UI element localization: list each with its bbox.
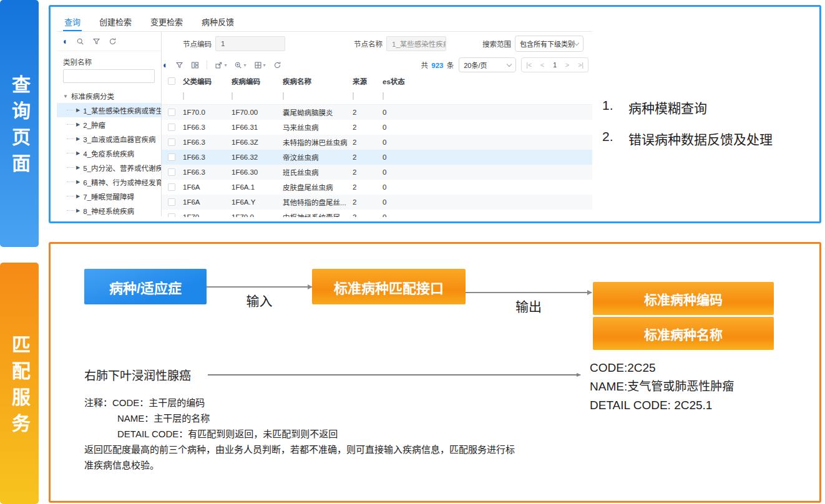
page-size-value: 20条/页 [464,60,487,70]
tree-item[interactable]: ▶3_血液或造血器官疾病 [57,132,161,146]
tab[interactable]: 病种反馈 [200,13,235,31]
tree-item[interactable]: ▶7_睡眠觉醒障碍 [57,189,161,203]
page-number[interactable]: 1 [549,61,561,69]
table-row[interactable]: 1F70.01F70.00囊尾蚴病脑膜炎20 [162,105,592,120]
annotation-text: 病种模糊查询 [628,98,707,117]
filter-icon[interactable] [92,37,100,46]
tab-bar: 查询创建检索变更检索病种反馈 [57,13,592,32]
table-cell: 2 [351,198,381,206]
divider [207,61,207,69]
table-row[interactable]: 1F6A1F6A.Y其他特指的盘尾丝...20 [162,195,592,210]
select-all-checkbox[interactable] [168,77,175,85]
col-header-source: 来源 [351,76,381,86]
row-checkbox[interactable] [168,138,175,146]
chevron-down-icon[interactable]: ▼ [63,94,68,99]
total-count: 923 [430,62,444,69]
filter-input[interactable] [183,92,184,100]
row-checkbox[interactable] [168,109,175,116]
tree-item-label: 5_内分泌、营养或代谢疾 [83,163,161,173]
arrow-line [466,292,592,293]
filter-icon[interactable] [175,61,183,69]
search-icon[interactable] [76,37,84,46]
query-form: 节点编码 1 节点名称 1_某些感染性疾病... 搜索范围 包含所有下级类别 [162,32,592,56]
pager-button[interactable]: >| [574,61,588,69]
node-code-input[interactable]: 1 [215,36,285,51]
tree-item-label: 1_某些感染性疾病或寄生 [83,105,161,115]
table-row[interactable]: 1F66.31F66.3Z未特指的淋巴丝虫病20 [162,135,592,150]
flow-output-name-box: 标准病种名称 [593,317,774,350]
flow-output-code-box: 标准病种编码 [593,282,774,315]
tab[interactable]: 变更检索 [149,13,184,31]
tree-item-label: 8_神经系统疾病 [83,206,134,216]
row-checkbox[interactable] [168,153,175,161]
tree-item[interactable]: ▶1_某些感染性疾病或寄生 [57,103,161,117]
chevron-right-icon[interactable]: ▶ [76,179,80,185]
filter-input[interactable] [283,92,284,100]
chevron-right-icon[interactable]: ▶ [76,193,80,199]
filter-input[interactable] [353,92,354,100]
tree-item[interactable]: ▶4_免疫系统疾病 [57,146,161,160]
row-checkbox[interactable] [168,213,175,217]
chevron-right-icon[interactable]: ▶ [76,136,80,142]
row-checkbox[interactable] [168,124,175,131]
table-row[interactable]: 1F701F70.0中枢神经系统囊尾...20 [162,210,592,217]
table-row[interactable]: 1F6A1F6A.1皮肤盘尾丝虫病20 [162,180,592,195]
table-cell: 其他特指的盘尾丝... [281,197,351,207]
query-section-banner: 查询页面 [0,0,39,247]
chevron-down-icon [574,40,579,45]
table-cell: 马来丝虫病 [281,122,351,132]
pager-button[interactable]: < [536,61,549,69]
search-scope-select[interactable]: 包含所有下级类别 [515,36,583,52]
row-checkbox[interactable] [168,168,175,176]
grid-view-button[interactable]: ▾ [254,61,266,69]
tree-items: ▶1_某些感染性疾病或寄生▶2_肿瘤▶3_血液或造血器官疾病▶4_免疫系统疾病▶… [57,103,161,216]
chevron-right-icon[interactable]: ▶ [76,107,80,113]
tree-root[interactable]: ▼ 标准疾病分类 [57,89,161,103]
table-row[interactable]: 1F66.31F66.32帝汶丝虫病20 [162,150,592,165]
pager-button[interactable]: > [561,61,574,69]
chevron-right-icon[interactable]: ▶ [76,165,80,170]
tab[interactable]: 查询 [63,13,82,31]
tree-connector [67,153,74,153]
pager-button[interactable]: |< [522,61,536,69]
zoom-search-button[interactable]: ▾ [234,61,246,69]
col-header-disease-name: 疾病名称 [281,76,351,86]
row-checkbox[interactable] [168,183,175,191]
filter-input[interactable] [232,92,233,100]
node-name-input[interactable]: 1_某些感染性疾病... [386,36,446,51]
filter-input[interactable] [383,92,384,100]
page-size-select[interactable]: 20条/页 [459,57,516,72]
refresh-icon[interactable] [273,61,281,69]
refresh-icon[interactable] [109,37,117,46]
export-button[interactable]: ▾ [215,61,227,69]
tree-connector [67,138,74,139]
table-row[interactable]: 1F66.31F66.30班氏丝虫病20 [162,165,592,180]
table-cell: 1F6A [182,198,230,206]
table-cell: 2 [351,213,381,217]
row-checkbox[interactable] [168,198,175,206]
toggle-icon[interactable]: ◐ [63,37,68,46]
chevron-right-icon[interactable]: ▶ [76,122,80,127]
toggle-icon[interactable]: ◐ [163,61,168,69]
table-cell: 1F66.31 [230,124,281,131]
tab[interactable]: 创建检索 [98,13,133,31]
tree-connector [67,182,74,182]
table-cell: 帝汶丝虫病 [281,152,351,162]
table-cell: 1F70.0 [182,109,230,116]
tree-connector [67,167,74,168]
note-line: NAME：主干层的名称 [84,410,521,426]
tree-item-label: 4_免疫系统疾病 [83,148,134,158]
category-name-input[interactable] [63,69,155,83]
tree-connector [67,110,74,110]
chevron-right-icon[interactable]: ▶ [76,208,80,213]
tree-item[interactable]: ▶5_内分泌、营养或代谢疾 [57,160,161,175]
table-row[interactable]: 1F66.31F66.31马来丝虫病20 [162,120,592,135]
flow-interface-box: 标准病种匹配接口 [312,269,466,304]
tree-item[interactable]: ▶8_神经系统疾病 [57,203,161,216]
chevron-right-icon[interactable]: ▶ [76,150,80,156]
match-banner-title: 匹配服务 [6,327,33,440]
tree-item[interactable]: ▶2_肿瘤 [57,117,161,132]
pagination: |<<1>>| [521,57,588,72]
tree-item[interactable]: ▶6_精神、行为或神经发育 [57,175,161,189]
columns-icon[interactable] [191,61,199,69]
